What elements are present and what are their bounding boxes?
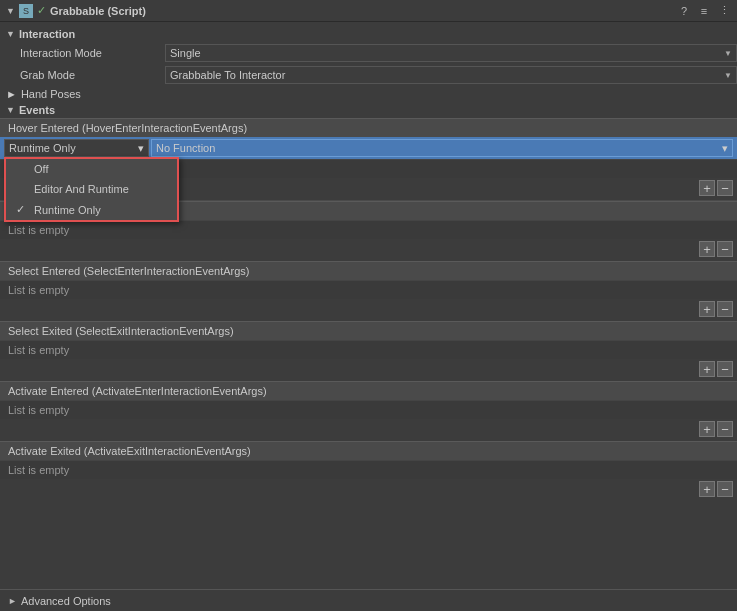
checkbox[interactable]: ✓ (37, 4, 46, 17)
select-exited-list-empty: List is empty (0, 340, 737, 359)
events-section-header[interactable]: ▼ Events (0, 102, 737, 118)
activate-entered-remove-btn[interactable]: − (717, 421, 733, 437)
select-entered-remove-btn[interactable]: − (717, 301, 733, 317)
interaction-label: Interaction (19, 28, 75, 40)
grab-mode-text: Grabbable To Interactor (170, 69, 285, 81)
activate-exited-add-remove: + − (0, 479, 737, 499)
activate-exited-title: Activate Exited (ActivateExitInteraction… (0, 441, 737, 460)
interaction-mode-value[interactable]: Single ▼ (165, 44, 737, 62)
hover-exited-list-empty: List is empty (0, 220, 737, 239)
interaction-section-header[interactable]: ▼ Interaction (0, 26, 737, 42)
hover-entered-remove-btn[interactable]: − (717, 180, 733, 196)
select-entered-add-remove: + − (0, 299, 737, 319)
advanced-options-arrow: ► (8, 596, 17, 606)
title-bar: ▼ S ✓ Grabbable (Script) ? ≡ ⋮ (0, 0, 737, 22)
activate-entered-add-remove: + − (0, 419, 737, 439)
bottom-section[interactable]: ► Advanced Options (0, 589, 737, 611)
activate-exited-list-empty: List is empty (0, 460, 737, 479)
events-label: Events (19, 104, 55, 116)
scroll-area: ▼ Interaction Interaction Mode Single ▼ … (0, 22, 737, 587)
runtime-dropdown[interactable]: Runtime Only ▾ (4, 139, 149, 157)
popup-item-editor-runtime-label: Editor And Runtime (34, 183, 129, 195)
grab-mode-row: Grab Mode Grabbable To Interactor ▼ (0, 64, 737, 86)
popup-item-runtime-only[interactable]: ✓ Runtime Only (6, 199, 177, 220)
hand-poses-row[interactable]: ► Hand Poses (0, 86, 737, 102)
events-arrow: ▼ (6, 105, 15, 115)
hover-entered-block: Hover Entered (HoverEnterInteractionEven… (0, 118, 737, 198)
help-icon[interactable]: ? (677, 4, 691, 18)
collapse-arrow[interactable]: ▼ (6, 6, 15, 16)
grab-mode-label: Grab Mode (20, 69, 165, 81)
select-exited-remove-btn[interactable]: − (717, 361, 733, 377)
select-entered-block: Select Entered (SelectEnterInteractionEv… (0, 261, 737, 319)
function-dropdown-text: No Function (156, 142, 215, 154)
select-entered-add-btn[interactable]: + (699, 301, 715, 317)
interaction-mode-arrow: ▼ (724, 49, 732, 58)
title-bar-right: ? ≡ ⋮ (677, 4, 731, 18)
runtime-dropdown-arrow: ▾ (138, 142, 144, 155)
popup-item-off[interactable]: Off (6, 159, 177, 179)
interaction-mode-dropdown[interactable]: Single ▼ (165, 44, 737, 62)
runtime-dropdown-text: Runtime Only (9, 142, 76, 154)
popup-item-runtime-only-label: Runtime Only (34, 204, 101, 216)
select-entered-title: Select Entered (SelectEnterInteractionEv… (0, 261, 737, 280)
hand-poses-arrow: ► (6, 88, 17, 100)
activate-entered-title: Activate Entered (ActivateEnterInteracti… (0, 381, 737, 400)
hover-entered-title: Hover Entered (HoverEnterInteractionEven… (0, 118, 737, 137)
select-entered-list-empty: List is empty (0, 280, 737, 299)
hover-exited-remove-btn[interactable]: − (717, 241, 733, 257)
popup-item-editor-runtime-check (16, 183, 28, 195)
function-dropdown[interactable]: No Function ▾ (151, 139, 733, 157)
main-content: ▼ Interaction Interaction Mode Single ▼ … (0, 22, 737, 505)
activate-exited-remove-btn[interactable]: − (717, 481, 733, 497)
activate-entered-add-btn[interactable]: + (699, 421, 715, 437)
interaction-mode-text: Single (170, 47, 201, 59)
hover-exited-add-remove: + − (0, 239, 737, 259)
interaction-mode-row: Interaction Mode Single ▼ (0, 42, 737, 64)
popup-item-off-check (16, 163, 28, 175)
popup-item-editor-runtime[interactable]: Editor And Runtime (6, 179, 177, 199)
popup-menu: Off Editor And Runtime ✓ Runtime Only (4, 157, 179, 222)
hover-entered-add-btn[interactable]: + (699, 180, 715, 196)
select-exited-add-remove: + − (0, 359, 737, 379)
more-icon[interactable]: ⋮ (717, 4, 731, 18)
script-icon: S (19, 4, 33, 18)
popup-item-off-label: Off (34, 163, 48, 175)
hand-poses-label: Hand Poses (21, 88, 81, 100)
interaction-arrow: ▼ (6, 29, 15, 39)
activate-exited-block: Activate Exited (ActivateExitInteraction… (0, 441, 737, 499)
grab-mode-arrow: ▼ (724, 71, 732, 80)
hover-exited-add-btn[interactable]: + (699, 241, 715, 257)
activate-entered-block: Activate Entered (ActivateEnterInteracti… (0, 381, 737, 439)
select-exited-block: Select Exited (SelectExitInteractionEven… (0, 321, 737, 379)
select-exited-add-btn[interactable]: + (699, 361, 715, 377)
function-dropdown-arrow: ▾ (722, 142, 728, 155)
activate-entered-list-empty: List is empty (0, 400, 737, 419)
popup-item-runtime-only-check: ✓ (16, 203, 28, 216)
title-bar-left: ▼ S ✓ Grabbable (Script) (6, 4, 677, 18)
advanced-options-label: Advanced Options (21, 595, 111, 607)
interaction-mode-label: Interaction Mode (20, 47, 165, 59)
grab-mode-dropdown[interactable]: Grabbable To Interactor ▼ (165, 66, 737, 84)
runtime-row[interactable]: Runtime Only ▾ No Function ▾ Off Editor (0, 137, 737, 159)
title-text: Grabbable (Script) (50, 5, 146, 17)
activate-exited-add-btn[interactable]: + (699, 481, 715, 497)
grab-mode-value[interactable]: Grabbable To Interactor ▼ (165, 66, 737, 84)
select-exited-title: Select Exited (SelectExitInteractionEven… (0, 321, 737, 340)
settings-icon[interactable]: ≡ (697, 4, 711, 18)
